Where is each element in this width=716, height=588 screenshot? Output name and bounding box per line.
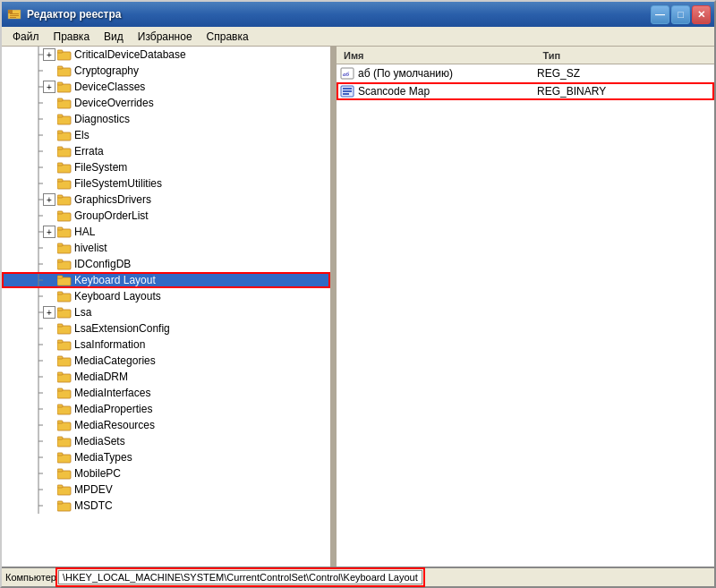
folder-icon [57, 483, 72, 497]
tree-line [34, 272, 43, 288]
right-header: Имя Тип [337, 47, 714, 64]
tree-expand-placeholder [43, 242, 55, 254]
svg-rect-125 [343, 90, 352, 92]
tree-item[interactable]: MobilePC [2, 465, 330, 481]
tree-item-label: MediaCategories [74, 354, 156, 367]
tree-item[interactable]: LsaExtensionConfig [2, 320, 330, 337]
status-label: Компьютер [5, 572, 56, 583]
svg-rect-92 [57, 388, 63, 391]
tree-item[interactable]: MediaResources [2, 417, 330, 433]
registry-row[interactable]: Scancode MapREG_BINARY [337, 82, 714, 100]
folder-icon [57, 161, 72, 175]
folder-icon [57, 145, 72, 158]
tree-item[interactable]: MPDEV [2, 481, 330, 498]
tree-item-label: FileSystemUtilities [74, 177, 162, 190]
folder-icon [57, 322, 72, 336]
tree-line [34, 256, 43, 272]
tree-expand-placeholder [43, 209, 55, 222]
tree-item[interactable]: MediaInterfaces [2, 385, 330, 401]
tree-expand-placeholder [43, 274, 55, 286]
menu-view[interactable]: Вид [97, 29, 131, 45]
tree-expand-placeholder [43, 354, 55, 367]
folder-icon [57, 419, 72, 432]
tree-line [34, 449, 43, 465]
tree-item[interactable]: GroupOrderList [2, 208, 330, 224]
tree-expand-placeholder [43, 129, 55, 141]
tree-item[interactable]: MediaSets [2, 433, 330, 449]
tree-item[interactable]: MediaTypes [2, 449, 330, 465]
tree-item[interactable]: + Lsa [2, 304, 330, 320]
tree-line [34, 304, 43, 320]
tree-item[interactable]: Keyboard Layout [2, 272, 330, 288]
tree-item[interactable]: + CriticalDeviceDatabase [2, 47, 330, 63]
svg-rect-24 [57, 115, 63, 117]
folder-icon [57, 403, 72, 416]
tree-line [34, 95, 43, 111]
tree-line [34, 79, 43, 95]
tree-item[interactable]: Els [2, 127, 330, 143]
tree-item-label: LsaInformation [74, 338, 145, 351]
tree-item[interactable]: + DeviceClasses [2, 79, 330, 95]
tree-item[interactable]: + GraphicsDrivers [2, 192, 330, 208]
svg-rect-76 [57, 324, 63, 327]
tree-item[interactable]: DeviceOverrides [2, 95, 330, 111]
maximize-button[interactable]: □ [671, 5, 690, 24]
folder-icon [57, 177, 72, 191]
tree-scroll[interactable]: + CriticalDeviceDatabase Cryptography+ D… [2, 47, 330, 567]
tree-item-label: Keyboard Layouts [74, 290, 161, 303]
tree-line [34, 353, 43, 369]
tree-item-label: Diagnostics [74, 113, 130, 125]
tree-line [34, 385, 43, 401]
tree-expand-button[interactable]: + [43, 226, 55, 238]
folder-icon [57, 113, 72, 126]
tree-item[interactable]: LsaInformation [2, 337, 330, 353]
tree-line [34, 481, 43, 498]
tree-expand-button[interactable]: + [43, 193, 55, 206]
tree-expand-placeholder [43, 113, 55, 125]
tree-line [34, 240, 43, 256]
tree-expand-button[interactable]: + [43, 48, 55, 61]
tree-item[interactable]: Errata [2, 143, 330, 159]
tree-item-label: Keyboard Layout [74, 274, 156, 286]
tree-item[interactable]: MediaProperties [2, 401, 330, 417]
tree-item-label: GraphicsDrivers [74, 193, 151, 206]
menu-file[interactable]: Файл [5, 29, 47, 45]
tree-item[interactable]: MSDTC [2, 498, 330, 514]
svg-rect-44 [57, 195, 63, 198]
tree-expand-placeholder [43, 258, 55, 270]
tree-line [34, 401, 43, 417]
tree-item[interactable]: MediaDRM [2, 369, 330, 385]
folder-icon [57, 499, 72, 513]
right-scroll[interactable]: аб аб (По умолчанию)REG_SZ Scancode MapR… [337, 64, 714, 567]
tree-item[interactable]: FileSystem [2, 159, 330, 175]
tree-line [34, 47, 43, 63]
folder-icon [57, 467, 72, 481]
menu-help[interactable]: Справка [200, 29, 256, 45]
tree-line [34, 224, 43, 240]
main-content: + CriticalDeviceDatabase Cryptography+ D… [2, 47, 714, 567]
tree-item[interactable]: hivelist [2, 240, 330, 256]
tree-expand-placeholder [43, 371, 55, 383]
tree-item-label: MobilePC [74, 467, 121, 480]
tree-item[interactable]: Diagnostics [2, 111, 330, 127]
close-button[interactable]: ✕ [692, 5, 711, 24]
tree-item[interactable]: MediaCategories [2, 353, 330, 369]
svg-rect-28 [57, 131, 63, 133]
registry-row[interactable]: аб аб (По умолчанию)REG_SZ [337, 64, 714, 82]
svg-text:аб: аб [343, 71, 350, 78]
tree-item-label: GroupOrderList [74, 209, 149, 222]
tree-item[interactable]: + HAL [2, 224, 330, 240]
svg-rect-20 [57, 98, 63, 101]
tree-expand-button[interactable]: + [43, 81, 55, 93]
tree-item-label: MSDTC [74, 499, 113, 512]
tree-item[interactable]: FileSystemUtilities [2, 175, 330, 192]
minimize-button[interactable]: — [651, 5, 669, 24]
tree-item[interactable]: IDConfigDB [2, 256, 330, 272]
menu-edit[interactable]: Правка [47, 29, 98, 45]
svg-rect-48 [57, 211, 63, 214]
tree-item[interactable]: Keyboard Layouts [2, 288, 330, 304]
menu-favorites[interactable]: Избранное [131, 29, 200, 45]
tree-item[interactable]: Cryptography [2, 63, 330, 79]
tree-expand-button[interactable]: + [43, 306, 55, 319]
svg-rect-104 [57, 437, 63, 439]
